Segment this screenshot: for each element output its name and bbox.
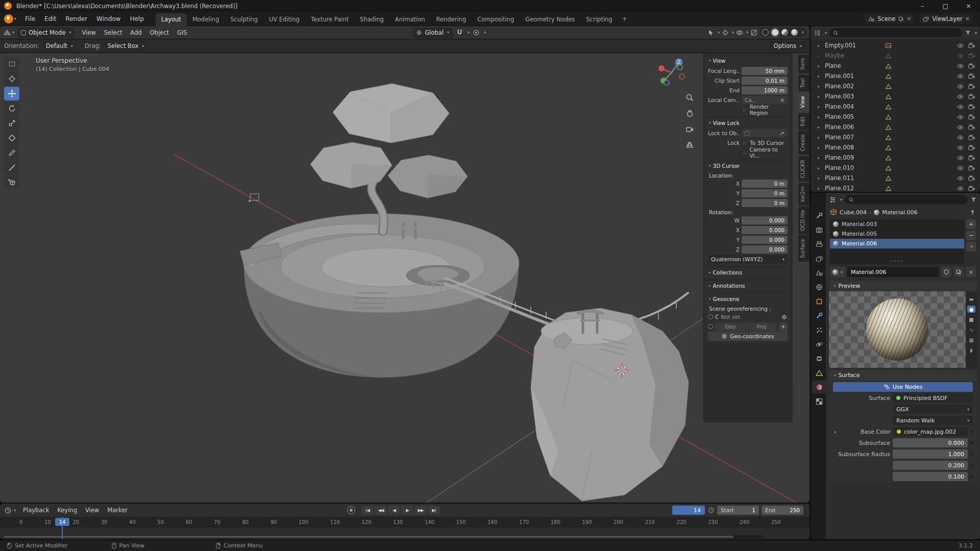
hide-in-viewport-eye-icon[interactable]	[955, 62, 965, 70]
workspace-tab[interactable]: Modeling	[187, 13, 225, 26]
workspace-tab[interactable]: Scripting	[580, 13, 618, 26]
expand-icon[interactable]: ▸	[818, 135, 823, 140]
tab-tool-icon[interactable]	[812, 209, 826, 222]
expand-icon[interactable]: ▸	[818, 176, 823, 181]
filter-icon[interactable]	[970, 196, 977, 203]
outliner-row[interactable]: ▸ Plane.011	[811, 173, 980, 183]
n-panel-tab[interactable]: Surface	[798, 235, 810, 262]
viewport-menu-item[interactable]: Object	[146, 28, 173, 38]
hide-in-viewport-eye-icon[interactable]	[955, 144, 965, 152]
animate-dot-icon[interactable]	[970, 464, 973, 467]
viewport-menu-item[interactable]: Add	[126, 28, 145, 38]
to-3d-cursor-checkbox[interactable]: To 3D Cursor	[742, 140, 788, 146]
tool-cursor-button[interactable]	[4, 72, 19, 86]
filter-icon[interactable]	[965, 30, 971, 36]
pin-icon[interactable]	[969, 209, 976, 216]
unlink-icon[interactable]: ×	[965, 15, 970, 22]
scene-selector[interactable]: Scene ×	[865, 14, 914, 23]
timeline-menu-item[interactable]: View	[81, 505, 103, 515]
outliner-row[interactable]: ▸ Plane.003	[811, 91, 980, 102]
n-panel-tab[interactable]: Create	[798, 131, 810, 155]
workspace-tab[interactable]: UV Editing	[263, 13, 305, 26]
local-camera-field[interactable]: Ca...×	[742, 96, 788, 104]
n-panel-tab[interactable]: kei2m	[798, 183, 810, 205]
pan-hand-icon[interactable]	[684, 108, 695, 119]
cursor-rotation-field[interactable]: 0.000	[742, 245, 788, 254]
shading-solid-button[interactable]	[772, 29, 778, 36]
material-name-field[interactable]: Material.006	[847, 267, 939, 277]
disable-in-render-camera-icon[interactable]	[967, 52, 976, 60]
cursor-location-field[interactable]: 0 m	[742, 189, 788, 197]
mode-selector[interactable]: Object Mode ▾	[17, 28, 75, 38]
clear-icon[interactable]: ×	[780, 97, 785, 103]
disable-in-render-camera-icon[interactable]	[967, 42, 976, 49]
menubar-item[interactable]: Help	[125, 13, 148, 24]
cursor-location-field[interactable]: 0 m	[742, 180, 788, 188]
expand-icon[interactable]: ▸	[818, 186, 823, 191]
minimize-button[interactable]: –	[911, 0, 934, 12]
editor-type-icon[interactable]	[4, 507, 12, 514]
shading-rendered-button[interactable]	[791, 29, 798, 36]
clock-icon[interactable]	[707, 507, 715, 514]
slot-specials-button[interactable]: ▾	[966, 242, 976, 252]
geo-coordinates-button[interactable]: Geo-coordinates	[708, 332, 788, 341]
camera-to-view-checkbox[interactable]: Camera to Vi...	[742, 146, 788, 159]
chevron-down-icon[interactable]: ▾	[732, 30, 734, 35]
tab-render-icon[interactable]	[812, 223, 826, 236]
geo-button[interactable]: Geo	[715, 322, 746, 331]
disable-in-render-camera-icon[interactable]	[967, 72, 976, 80]
rotation-mode-dropdown[interactable]: Quaternion (WXYZ)▾	[708, 255, 788, 264]
n-panel-tab[interactable]: Tool	[798, 74, 810, 91]
tool-annotate-button[interactable]	[4, 146, 19, 160]
tab-physics-icon[interactable]	[812, 338, 826, 350]
object-name[interactable]: Plane.006	[825, 123, 882, 131]
preview-cloth-button[interactable]: ▦	[967, 336, 975, 343]
tab-material-icon[interactable]	[812, 381, 826, 393]
hide-in-viewport-eye-icon[interactable]	[955, 103, 965, 111]
object-name[interactable]: Plane.003	[825, 93, 882, 100]
breadcrumb-object[interactable]: Cube.004	[840, 209, 867, 216]
outliner-row[interactable]: ▸ Plane.007	[811, 132, 980, 142]
menubar-item[interactable]: Render	[61, 13, 92, 24]
outliner-row[interactable]: ▸ Plane.008	[811, 142, 980, 153]
browse-material-button[interactable]: ▾	[830, 267, 845, 277]
hide-in-viewport-eye-icon[interactable]	[955, 123, 965, 131]
subsurface-radius-field[interactable]: 0.200	[893, 461, 968, 470]
outliner-row[interactable]: ▸ Maybe	[811, 51, 980, 61]
editor-type-icon[interactable]	[814, 29, 821, 37]
add-crs-button[interactable]: +	[779, 322, 788, 331]
cursor-rotation-field[interactable]: 0.000	[742, 236, 788, 244]
object-name[interactable]: Maybe	[825, 52, 882, 59]
n-panel-tab[interactable]: Edit	[798, 113, 810, 130]
hide-in-viewport-eye-icon[interactable]	[955, 52, 965, 60]
expand-icon[interactable]: ▸	[833, 430, 838, 434]
geoscene-panel-header[interactable]: ▾Geoscene	[705, 294, 791, 304]
play-reverse-button[interactable]: ◀	[388, 506, 400, 515]
jump-to-start-button[interactable]: |◀	[361, 506, 374, 515]
xray-toggle-icon[interactable]	[750, 29, 757, 36]
clip-start-field[interactable]: 0.01 m	[742, 77, 788, 85]
disable-in-render-camera-icon[interactable]	[967, 174, 976, 182]
viewlayer-selector[interactable]: ViewLayer ×	[919, 14, 973, 23]
object-name[interactable]: Empty.001	[825, 42, 882, 49]
focal-length-field[interactable]: 50 mm	[742, 67, 788, 75]
hide-in-viewport-eye-icon[interactable]	[955, 174, 965, 182]
expand-icon[interactable]: ▸	[818, 74, 823, 79]
unlink-material-icon[interactable]: ×	[966, 267, 976, 277]
material-slot-name[interactable]: Material.005	[842, 231, 877, 237]
animate-dot-icon[interactable]	[970, 475, 973, 478]
workspace-tab[interactable]: Geometry Nodes	[520, 13, 580, 26]
tab-particles-icon[interactable]	[812, 323, 826, 336]
material-slot-name[interactable]: Material.006	[842, 240, 877, 247]
timeline-menu-item[interactable]: Keying	[53, 505, 81, 515]
expand-icon[interactable]: ▸	[818, 64, 823, 68]
add-slot-button[interactable]: +	[966, 219, 976, 229]
render-region-checkbox[interactable]: Render Region	[742, 104, 788, 116]
hide-in-viewport-eye-icon[interactable]	[955, 185, 965, 192]
preview-flat-button[interactable]: ▬	[967, 295, 975, 303]
tab-view-layer-icon[interactable]	[812, 252, 826, 265]
remove-slot-button[interactable]: −	[966, 231, 976, 240]
preview-sphere-button[interactable]: ●	[967, 306, 975, 313]
object-name[interactable]: Plane.002	[825, 83, 882, 90]
workspace-tab[interactable]: Rendering	[430, 13, 472, 26]
